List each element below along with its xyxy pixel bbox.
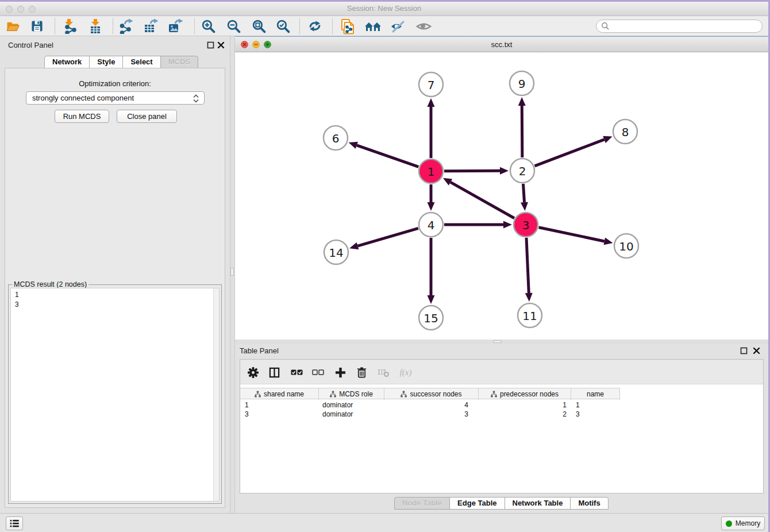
chevron-updown-icon — [192, 94, 200, 103]
zoom-fit-button[interactable] — [248, 17, 269, 35]
result-scrollbar[interactable] — [213, 288, 219, 501]
edge-1-7[interactable] — [428, 98, 435, 158]
zoom-out-icon — [226, 19, 241, 33]
edge-4-14[interactable] — [349, 228, 418, 249]
toolbar-separator — [299, 18, 300, 34]
tab-edge-table[interactable]: Edge Table — [449, 497, 505, 510]
function-builder-button[interactable]: f(x) — [396, 365, 415, 379]
export-network-icon — [119, 18, 134, 34]
float-panel-icon[interactable] — [740, 347, 748, 354]
column-header-successor-nodes[interactable]: successor nodes — [384, 388, 479, 400]
network-canvas[interactable]: 1234678910111415 — [235, 52, 768, 340]
column-label: MCDS role — [339, 390, 373, 398]
gear-button[interactable] — [245, 365, 260, 379]
function-builder-icon: f(x) — [400, 368, 412, 377]
column-header-mcds-role[interactable]: MCDS role — [319, 388, 384, 400]
node-10[interactable]: 10 — [614, 234, 638, 258]
attribute-icon — [255, 391, 261, 398]
tab-network[interactable]: Network — [44, 56, 90, 68]
node-11[interactable]: 11 — [518, 303, 542, 327]
memory-button[interactable]: Memory — [721, 516, 765, 530]
node-2[interactable]: 2 — [510, 159, 534, 183]
tab-node-table[interactable]: Node Table — [394, 497, 450, 510]
import-table-button[interactable] — [85, 17, 106, 35]
node-label: 1 — [428, 165, 435, 179]
node-14[interactable]: 14 — [324, 240, 348, 264]
tab-network-table[interactable]: Network Table — [505, 497, 571, 510]
zoom-selected-button[interactable] — [272, 17, 293, 35]
edge-4-15[interactable] — [428, 238, 435, 304]
save-session-button[interactable] — [26, 17, 47, 35]
task-history-button[interactable] — [6, 516, 23, 530]
zoom-in-button[interactable] — [198, 17, 218, 35]
column-header-shared-name[interactable]: shared name — [240, 388, 319, 400]
edge-2-8[interactable] — [535, 136, 613, 166]
splitter-grip[interactable] — [494, 340, 502, 343]
edge-3-1[interactable] — [443, 178, 514, 218]
export-table-button[interactable] — [140, 17, 161, 35]
node-7[interactable]: 7 — [419, 72, 443, 97]
hide-selected-button[interactable] — [387, 17, 408, 35]
zoom-out-button[interactable] — [223, 17, 244, 35]
run-mcds-button[interactable]: Run MCDS — [55, 110, 109, 123]
show-eye-button[interactable] — [413, 17, 434, 35]
close-panel-button[interactable]: Close panel — [117, 110, 177, 123]
node-6[interactable]: 6 — [324, 126, 348, 150]
refresh-button[interactable] — [305, 17, 325, 35]
table-row[interactable]: 3 dominator 3 2 3 — [240, 410, 620, 419]
edge-2-3[interactable] — [521, 184, 528, 211]
edge-1-4[interactable] — [428, 184, 435, 211]
delete-button[interactable] — [354, 365, 369, 379]
desktop: Session: New Session — [0, 0, 770, 532]
delete-table-button[interactable] — [376, 365, 391, 379]
new-network-from-selection-button[interactable] — [337, 17, 358, 35]
import-network-button[interactable] — [60, 17, 80, 35]
node-15[interactable]: 15 — [419, 306, 443, 330]
add-button[interactable] — [333, 365, 348, 379]
tab-style[interactable]: Style — [89, 56, 123, 68]
show-all-levels-button[interactable] — [363, 17, 383, 35]
edge-4-3[interactable] — [444, 221, 512, 229]
horizontal-splitter[interactable] — [235, 340, 768, 344]
unselect-all-button[interactable] — [310, 365, 325, 379]
control-panel: Control Panel Network Style Select MCDS … — [0, 36, 230, 513]
app-window: Session: New Session — [0, 2, 768, 532]
node-label: 8 — [622, 125, 629, 139]
column-label: predecessor nodes — [500, 390, 559, 398]
export-network-button[interactable] — [116, 17, 137, 35]
cell-name: 3 — [571, 410, 620, 419]
criterion-dropdown[interactable]: strongly connected component — [26, 91, 205, 105]
column-header-predecessor-nodes[interactable]: predecessor nodes — [479, 388, 571, 400]
status-bar: Memory — [0, 513, 768, 532]
node-label: 10 — [619, 240, 633, 253]
edge-1-6[interactable] — [349, 142, 419, 167]
node-3[interactable]: 3 — [514, 213, 538, 237]
search-input[interactable] — [596, 20, 763, 33]
column-header-name[interactable]: name — [571, 388, 620, 400]
select-all-button[interactable] — [289, 365, 304, 379]
edge-3-11[interactable] — [525, 238, 533, 302]
mcds-result-list[interactable]: 1 3 — [10, 288, 220, 502]
edge-1-2[interactable] — [444, 167, 509, 175]
close-panel-icon[interactable] — [753, 347, 760, 354]
tab-motifs[interactable]: Motifs — [570, 497, 608, 510]
show-columns-button[interactable] — [267, 365, 282, 379]
node-8[interactable]: 8 — [613, 119, 637, 144]
close-panel-icon[interactable] — [217, 41, 225, 49]
edge-2-9[interactable] — [518, 97, 526, 157]
node-9[interactable]: 9 — [510, 71, 534, 95]
table-row[interactable]: 1 dominator 4 1 1 — [240, 400, 620, 410]
show-all-levels-icon — [364, 20, 382, 33]
export-image-button[interactable] — [165, 17, 186, 35]
splitter-grip[interactable] — [230, 268, 234, 276]
node-1[interactable]: 1 — [419, 159, 443, 183]
tab-mcds[interactable]: MCDS — [160, 56, 198, 68]
edge-3-10[interactable] — [539, 228, 613, 245]
node-4[interactable]: 4 — [419, 213, 443, 237]
open-session-button[interactable] — [2, 17, 23, 35]
vertical-splitter[interactable] — [230, 36, 235, 513]
tab-select[interactable]: Select — [122, 56, 160, 68]
node-label: 15 — [424, 311, 438, 325]
control-panel-title: Control Panel — [8, 41, 53, 49]
float-panel-icon[interactable] — [207, 41, 214, 49]
